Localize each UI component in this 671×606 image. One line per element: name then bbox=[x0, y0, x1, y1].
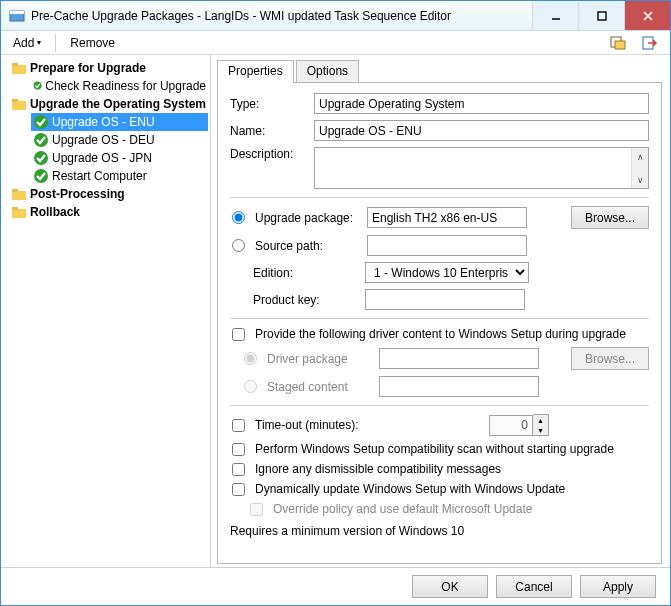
folder-icon bbox=[11, 60, 27, 76]
product-key-field[interactable] bbox=[365, 289, 525, 310]
override-policy-checkbox bbox=[250, 503, 263, 516]
svg-rect-1 bbox=[10, 11, 24, 14]
scroll-up-icon[interactable]: ∧ bbox=[632, 148, 648, 165]
description-field[interactable] bbox=[315, 148, 631, 188]
remove-button[interactable]: Remove bbox=[64, 34, 121, 52]
description-label: Description: bbox=[230, 147, 310, 161]
group-rollback[interactable]: Rollback bbox=[3, 203, 208, 221]
cancel-button[interactable]: Cancel bbox=[496, 575, 572, 598]
task-tree[interactable]: Prepare for Upgrade Check Readiness for … bbox=[1, 55, 211, 567]
app-icon bbox=[9, 8, 25, 24]
step-upgrade-deu[interactable]: Upgrade OS - DEU bbox=[31, 131, 208, 149]
step-upgrade-jpn[interactable]: Upgrade OS - JPN bbox=[31, 149, 208, 167]
product-key-label: Product key: bbox=[253, 293, 361, 307]
check-icon bbox=[33, 114, 49, 130]
tree-label: Upgrade OS - JPN bbox=[52, 151, 152, 165]
step-restart[interactable]: Restart Computer bbox=[31, 167, 208, 185]
compat-scan-label: Perform Windows Setup compatibility scan… bbox=[255, 442, 614, 456]
group-prepare[interactable]: Prepare for Upgrade bbox=[3, 59, 208, 77]
titlebar: Pre-Cache Upgrade Packages - LangIDs - W… bbox=[1, 1, 670, 31]
tab-properties[interactable]: Properties bbox=[217, 60, 294, 83]
source-path-field[interactable] bbox=[367, 235, 527, 256]
ignore-compat-checkbox[interactable] bbox=[232, 463, 245, 476]
group-post-processing[interactable]: Post-Processing bbox=[3, 185, 208, 203]
ok-button[interactable]: OK bbox=[412, 575, 488, 598]
source-path-radio[interactable] bbox=[232, 239, 245, 252]
svg-rect-7 bbox=[615, 41, 625, 49]
staged-content-radio bbox=[244, 380, 257, 393]
svg-rect-19 bbox=[12, 189, 18, 192]
upgrade-package-radio[interactable] bbox=[232, 211, 245, 224]
divider bbox=[230, 405, 649, 406]
step-upgrade-enu[interactable]: Upgrade OS - ENU bbox=[31, 113, 208, 131]
toolbar: Add ▾ Remove bbox=[1, 31, 670, 55]
toolbar-separator bbox=[55, 34, 56, 52]
folder-icon bbox=[11, 96, 27, 112]
override-policy-label: Override policy and use default Microsof… bbox=[273, 502, 532, 516]
tree-label: Check Readiness for Upgrade bbox=[45, 79, 206, 93]
browse-upgrade-button[interactable]: Browse... bbox=[571, 206, 649, 229]
close-button[interactable] bbox=[624, 1, 670, 30]
svg-rect-12 bbox=[12, 101, 26, 110]
timeout-label: Time-out (minutes): bbox=[255, 418, 485, 432]
timeout-checkbox[interactable] bbox=[232, 419, 245, 432]
check-icon bbox=[33, 78, 42, 94]
compat-scan-checkbox[interactable] bbox=[232, 443, 245, 456]
spinner-down-icon: ▼ bbox=[533, 425, 548, 435]
tree-label: Upgrade the Operating System bbox=[30, 97, 206, 111]
tree-label: Prepare for Upgrade bbox=[30, 61, 146, 75]
upgrade-package-label: Upgrade package: bbox=[255, 211, 363, 225]
type-label: Type: bbox=[230, 97, 310, 111]
apply-button[interactable]: Apply bbox=[580, 575, 656, 598]
remove-label: Remove bbox=[70, 36, 115, 50]
tree-label: Upgrade OS - ENU bbox=[52, 115, 155, 129]
move-out-icon[interactable] bbox=[636, 33, 664, 53]
edition-label: Edition: bbox=[253, 266, 361, 280]
ignore-compat-label: Ignore any dismissible compatibility mes… bbox=[255, 462, 501, 476]
tab-options[interactable]: Options bbox=[296, 60, 359, 83]
edition-select[interactable]: 1 - Windows 10 Enterprise bbox=[365, 262, 529, 283]
tree-label: Restart Computer bbox=[52, 169, 147, 183]
check-icon bbox=[33, 168, 49, 184]
check-icon bbox=[33, 132, 49, 148]
maximize-button[interactable] bbox=[578, 1, 624, 30]
timeout-field bbox=[489, 415, 533, 436]
minimize-button[interactable] bbox=[532, 1, 578, 30]
step-check-readiness[interactable]: Check Readiness for Upgrade bbox=[31, 77, 208, 95]
name-label: Name: bbox=[230, 124, 310, 138]
browse-driver-button: Browse... bbox=[571, 347, 649, 370]
requires-note: Requires a minimum version of Windows 10 bbox=[230, 524, 464, 538]
add-button[interactable]: Add ▾ bbox=[7, 34, 47, 52]
dialog-footer: OK Cancel Apply bbox=[1, 567, 670, 605]
svg-rect-10 bbox=[12, 63, 18, 66]
tab-label: Options bbox=[307, 64, 348, 78]
svg-rect-18 bbox=[12, 191, 26, 200]
name-field[interactable] bbox=[314, 120, 649, 141]
driver-package-field bbox=[379, 348, 539, 369]
svg-rect-9 bbox=[12, 65, 26, 74]
scrollbar[interactable]: ∧ ∨ bbox=[631, 148, 648, 188]
svg-rect-21 bbox=[12, 207, 18, 210]
folder-icon bbox=[11, 204, 27, 220]
group-upgrade-os[interactable]: Upgrade the Operating System bbox=[3, 95, 208, 113]
dyn-update-checkbox[interactable] bbox=[232, 483, 245, 496]
svg-rect-13 bbox=[12, 99, 18, 102]
scroll-down-icon[interactable]: ∨ bbox=[632, 171, 648, 188]
spinner-up-icon: ▲ bbox=[533, 415, 548, 425]
new-group-icon[interactable] bbox=[604, 33, 632, 53]
dropdown-icon: ▾ bbox=[37, 38, 41, 47]
staged-content-label: Staged content bbox=[267, 380, 375, 394]
driver-content-checkbox[interactable] bbox=[232, 328, 245, 341]
properties-panel: Properties Options Type: Name: Descripti… bbox=[211, 55, 670, 567]
svg-rect-20 bbox=[12, 209, 26, 218]
driver-package-radio bbox=[244, 352, 257, 365]
add-label: Add bbox=[13, 36, 34, 50]
type-field bbox=[314, 93, 649, 114]
divider bbox=[230, 197, 649, 198]
tree-label: Upgrade OS - DEU bbox=[52, 133, 155, 147]
upgrade-package-field bbox=[367, 207, 527, 228]
tree-label: Post-Processing bbox=[30, 187, 125, 201]
staged-content-field bbox=[379, 376, 539, 397]
tab-label: Properties bbox=[228, 64, 283, 78]
check-icon bbox=[33, 150, 49, 166]
